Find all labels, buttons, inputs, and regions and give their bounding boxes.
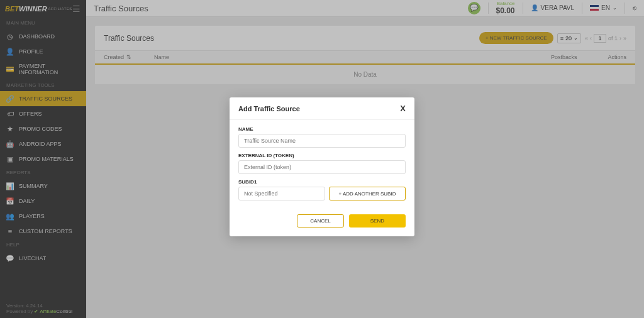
add-traffic-source-modal: Add Traffic Source X NAME EXTERNAL ID (T… (230, 97, 414, 236)
name-label: NAME (238, 126, 406, 132)
close-icon[interactable]: X (400, 104, 406, 113)
modal-body: NAME EXTERNAL ID (TOKEN) SUBID1 + ADD AN… (230, 120, 414, 207)
modal-title: Add Traffic Source (238, 105, 300, 112)
external-id-label: EXTERNAL ID (TOKEN) (238, 153, 406, 158)
modal-footer: CANCEL SEND (230, 207, 414, 236)
name-input[interactable] (238, 134, 406, 148)
subid-label: SUBID1 (238, 179, 406, 185)
add-subid-button[interactable]: + ADD ANOTHER SUBID (329, 187, 406, 200)
send-button[interactable]: SEND (349, 214, 406, 228)
external-id-input[interactable] (238, 160, 406, 174)
subid-input[interactable] (238, 187, 325, 200)
cancel-button[interactable]: CANCEL (297, 214, 343, 228)
modal-header: Add Traffic Source X (230, 97, 414, 120)
